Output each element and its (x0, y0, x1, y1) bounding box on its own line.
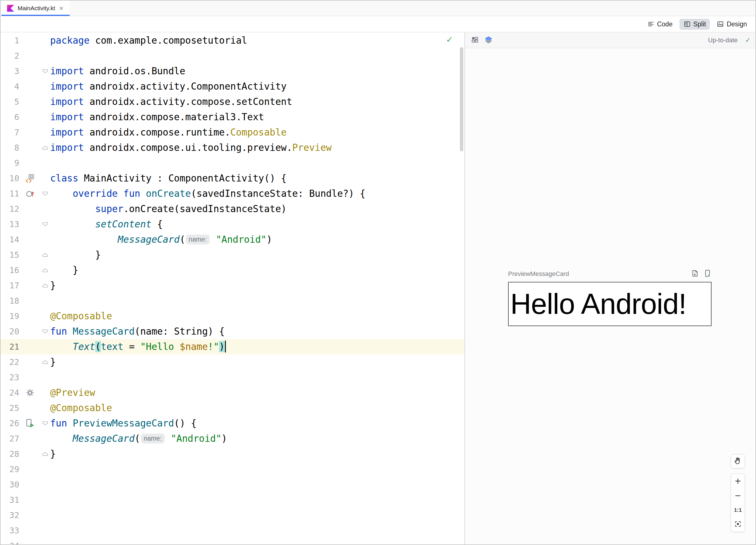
code-editor[interactable]: 1package com.example.composetutorial23im… (1, 32, 464, 544)
line-number[interactable]: 5 (1, 94, 20, 109)
code-text[interactable]: MessageCard(name: "Android") (50, 232, 272, 247)
code-text[interactable]: @Preview (50, 385, 95, 400)
code-text[interactable]: fun PreviewMessageCard() { (50, 416, 197, 431)
code-line[interactable]: 6import androidx.compose.material3.Text (1, 109, 464, 125)
code-text[interactable]: override fun onCreate(savedInstanceState… (50, 186, 366, 201)
zoom-in-button[interactable]: + (731, 474, 745, 488)
code-text[interactable]: import androidx.compose.runtime.Composab… (50, 125, 286, 140)
code-line[interactable]: 30 (1, 477, 464, 492)
line-number[interactable]: 33 (1, 523, 20, 538)
zoom-reset-button[interactable]: 1:1 (731, 503, 745, 517)
code-line[interactable]: 33 (1, 523, 464, 538)
code-line[interactable]: 15 } (1, 247, 464, 262)
code-text[interactable]: fun MessageCard(name: String) { (50, 324, 225, 339)
fold-marker-icon[interactable] (40, 63, 50, 79)
line-number[interactable]: 19 (1, 309, 20, 324)
code-line[interactable]: 10class MainActivity : ComponentActivity… (1, 171, 464, 186)
fold-marker-icon[interactable] (40, 247, 50, 262)
line-number[interactable]: 30 (1, 477, 20, 492)
code-text[interactable]: } (50, 355, 56, 370)
code-line[interactable]: 4import androidx.activity.ComponentActiv… (1, 79, 464, 94)
line-number[interactable]: 13 (1, 217, 20, 232)
line-number[interactable]: 22 (1, 355, 20, 370)
view-mode-split[interactable]: Split (679, 19, 710, 30)
line-number[interactable]: 21 (1, 339, 20, 355)
run-preview-icon[interactable] (20, 416, 40, 431)
line-number[interactable]: 11 (1, 186, 20, 201)
line-number[interactable]: 32 (1, 508, 20, 523)
fold-marker-icon[interactable] (40, 446, 50, 462)
code-line[interactable]: 9 (1, 155, 464, 171)
line-number[interactable]: 2 (1, 48, 20, 63)
code-text[interactable]: import androidx.compose.material3.Text (50, 109, 264, 125)
preview-canvas[interactable]: PreviewMessageCard Hello Android! + − 1:… (465, 48, 755, 544)
code-text[interactable]: setContent { (50, 217, 163, 232)
code-text[interactable]: } (50, 278, 56, 293)
code-text[interactable]: import androidx.activity.compose.setCont… (50, 94, 292, 109)
tab-mainactivity[interactable]: MainActivity.kt × (1, 1, 70, 16)
line-number[interactable]: 4 (1, 79, 20, 94)
line-number[interactable]: 26 (1, 416, 20, 431)
tab-close-icon[interactable]: × (59, 5, 64, 12)
line-number[interactable]: 14 (1, 232, 20, 247)
code-text[interactable]: import androidx.activity.ComponentActivi… (50, 79, 286, 94)
line-number[interactable]: 12 (1, 201, 20, 217)
line-number[interactable]: 17 (1, 278, 20, 293)
code-text[interactable]: package com.example.composetutorial (50, 33, 247, 48)
code-line[interactable]: 1package com.example.composetutorial (1, 33, 464, 48)
code-line[interactable]: 12 super.onCreate(savedInstanceState) (1, 201, 464, 217)
run-on-device-icon[interactable] (704, 269, 712, 279)
code-text[interactable]: class MainActivity : ComponentActivity()… (50, 171, 286, 186)
code-line[interactable]: 2 (1, 48, 464, 63)
code-line[interactable]: 17} (1, 278, 464, 293)
line-number[interactable]: 16 (1, 262, 20, 278)
pan-button[interactable] (731, 454, 745, 468)
code-text[interactable]: import android.os.Bundle (50, 63, 185, 79)
line-number[interactable]: 29 (1, 462, 20, 477)
line-number[interactable]: 18 (1, 293, 20, 309)
line-number[interactable]: 1 (1, 33, 20, 48)
layers-icon[interactable] (484, 35, 493, 45)
line-number[interactable]: 6 (1, 109, 20, 125)
code-text[interactable]: Text(text = "Hello $name!") (50, 339, 226, 355)
fold-marker-icon[interactable] (40, 355, 50, 370)
code-line[interactable]: 23 (1, 370, 464, 385)
fold-marker-icon[interactable] (40, 140, 50, 155)
code-text[interactable]: } (50, 247, 101, 262)
gear-icon[interactable] (20, 385, 40, 400)
scrollbar-thumb[interactable] (460, 47, 463, 151)
line-number[interactable]: 9 (1, 155, 20, 171)
code-line[interactable]: 5import androidx.activity.compose.setCon… (1, 94, 464, 109)
code-line[interactable]: 3import android.os.Bundle (1, 63, 464, 79)
inspections-status-icon[interactable]: ✓ (446, 35, 453, 44)
line-number[interactable]: 23 (1, 370, 20, 385)
code-text[interactable]: } (50, 262, 78, 278)
code-line[interactable]: 14 MessageCard(name: "Android") (1, 232, 464, 247)
line-number[interactable]: 7 (1, 125, 20, 140)
compose-preview-frame[interactable]: Hello Android! (508, 282, 712, 326)
line-number[interactable]: 34 (1, 538, 20, 544)
line-number[interactable]: 27 (1, 431, 20, 446)
line-number[interactable]: 8 (1, 140, 20, 155)
view-mode-design[interactable]: Design (713, 19, 751, 30)
interactive-mode-icon[interactable] (691, 269, 699, 279)
line-number[interactable]: 15 (1, 247, 20, 262)
zoom-fit-button[interactable] (731, 517, 745, 532)
line-number[interactable]: 28 (1, 446, 20, 462)
code-line[interactable]: 7import androidx.compose.runtime.Composa… (1, 125, 464, 140)
code-line[interactable]: 16 } (1, 262, 464, 278)
class-mapping-icon[interactable] (20, 171, 40, 186)
fold-marker-icon[interactable] (40, 262, 50, 278)
view-mode-code[interactable]: Code (643, 19, 677, 30)
line-number[interactable]: 25 (1, 400, 20, 416)
fold-marker-icon[interactable] (40, 217, 50, 232)
code-line[interactable]: 19@Composable (1, 309, 464, 324)
code-text[interactable]: } (50, 446, 56, 462)
code-text[interactable]: MessageCard(name: "Android") (50, 431, 227, 446)
code-text[interactable]: @Composable (50, 309, 112, 324)
code-line[interactable]: 8import androidx.compose.ui.tooling.prev… (1, 140, 464, 155)
code-line[interactable]: 34 (1, 538, 464, 544)
fold-marker-icon[interactable] (40, 416, 50, 431)
code-text[interactable]: super.onCreate(savedInstanceState) (50, 201, 286, 217)
line-number[interactable]: 31 (1, 492, 20, 508)
